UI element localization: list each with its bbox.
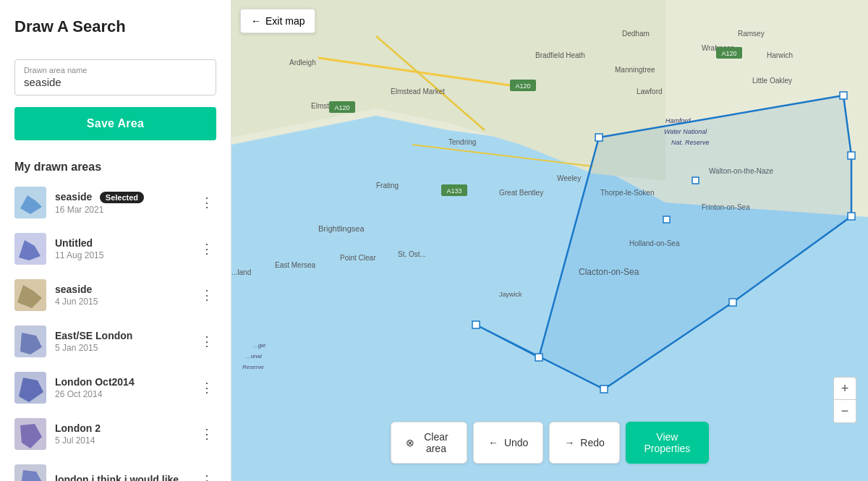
svg-rect-63 [840, 92, 847, 99]
redo-label: Redo [580, 437, 604, 448]
svg-text:A120: A120 [515, 82, 530, 90]
area-name-label: Drawn area name [24, 66, 207, 75]
svg-text:Frating: Frating [376, 182, 399, 190]
arrow-left-icon: ← [251, 15, 261, 27]
area-name: London Oct2014 [55, 376, 189, 388]
clear-area-button[interactable]: ⊗ Clear area [391, 422, 467, 464]
clear-area-label: Clear area [420, 431, 452, 454]
svg-text:East Mersea: East Mersea [275, 261, 316, 269]
area-menu-button[interactable]: ⋮ [197, 284, 216, 306]
svg-text:Dedham: Dedham [622, 30, 650, 38]
area-name: Untitled [55, 237, 189, 249]
area-menu-button[interactable]: ⋮ [197, 331, 216, 352]
undo-button[interactable]: ← Undo [473, 422, 543, 464]
map-toolbar: ⊗ Clear area ← Undo → Redo View Properti… [391, 422, 709, 464]
area-menu-button[interactable]: ⋮ [197, 192, 216, 213]
list-item[interactable]: East/SE London 5 Jan 2015 ⋮ [0, 318, 231, 365]
save-area-button[interactable]: Save Area [14, 107, 216, 140]
area-thumbnail [14, 187, 46, 218]
clear-icon: ⊗ [406, 437, 414, 448]
area-name: seaside [55, 191, 92, 203]
svg-text:Ardleigh: Ardleigh [289, 59, 316, 67]
area-menu-button[interactable]: ⋮ [197, 423, 216, 445]
area-date: 26 Oct 2014 [55, 389, 189, 399]
view-properties-label: View Properties [641, 431, 694, 454]
undo-label: Undo [504, 437, 528, 448]
svg-rect-62 [595, 134, 603, 141]
area-thumbnail [14, 372, 46, 404]
list-item[interactable]: Untitled 11 Aug 2015 ⋮ [0, 226, 231, 272]
svg-text:Jaywick: Jaywick [499, 291, 522, 298]
my-areas-title: My drawn areas [0, 152, 231, 179]
area-info: London 2 5 Jul 2014 [55, 422, 189, 446]
area-name: london i think i would like [55, 474, 189, 481]
svg-text:Little Oakley: Little Oakley [752, 77, 792, 85]
area-info: seaside 4 Jun 2015 [55, 284, 189, 307]
svg-rect-65 [848, 213, 855, 220]
svg-text:...land: ...land [231, 268, 251, 276]
svg-rect-64 [848, 152, 855, 159]
area-menu-button[interactable]: ⋮ [197, 377, 216, 399]
area-thumbnail [14, 418, 46, 450]
area-name: London 2 [55, 422, 189, 434]
svg-text:Brightlingsea: Brightlingsea [318, 224, 365, 233]
svg-text:Elmstead Market: Elmstead Market [391, 88, 445, 95]
area-menu-button[interactable]: ⋮ [197, 469, 216, 481]
area-menu-button[interactable]: ⋮ [197, 238, 216, 260]
area-name: seaside [55, 284, 189, 295]
area-name-input[interactable] [24, 76, 207, 88]
svg-text:St. Ost...: St. Ost... [398, 250, 426, 258]
list-item[interactable]: London Oct2014 26 Oct 2014 ⋮ [0, 365, 231, 411]
area-thumbnail [14, 279, 46, 311]
undo-icon: ← [488, 437, 498, 448]
area-thumbnail [14, 464, 46, 481]
redo-button[interactable]: → Redo [549, 422, 619, 464]
zoom-controls: + − [833, 377, 856, 423]
svg-text:Point Clear: Point Clear [340, 254, 376, 262]
list-item[interactable]: seaside Selected 16 Mar 2021 ⋮ [0, 179, 231, 226]
svg-text:Tendring: Tendring [448, 138, 476, 146]
svg-text:Lawford: Lawford [637, 88, 663, 95]
area-date: 11 Aug 2015 [55, 250, 189, 260]
svg-text:Harwich: Harwich [767, 51, 793, 59]
sidebar: Draw A Search Drawn area name Save Area … [0, 0, 231, 481]
svg-rect-66 [729, 299, 736, 306]
view-properties-button[interactable]: View Properties [626, 422, 709, 464]
area-list: seaside Selected 16 Mar 2021 ⋮ Untitled … [0, 179, 231, 481]
exit-map-button[interactable]: ← Exit map [240, 9, 315, 33]
exit-map-label: Exit map [265, 15, 305, 27]
svg-rect-67 [600, 386, 608, 393]
area-date: 16 Mar 2021 [55, 205, 189, 215]
area-name-input-wrapper[interactable]: Drawn area name [14, 59, 216, 95]
area-date: 5 Jan 2015 [55, 343, 189, 353]
area-info: Untitled 11 Aug 2015 [55, 237, 189, 260]
map-container[interactable]: Ardleigh Elmstead Elmstead Market Tendri… [231, 0, 868, 481]
svg-text:Weeley: Weeley [557, 174, 581, 182]
area-date: 5 Jul 2014 [55, 435, 189, 446]
svg-text:A120: A120 [334, 104, 349, 111]
area-thumbnail [14, 325, 46, 357]
area-info: London Oct2014 26 Oct 2014 [55, 376, 189, 399]
svg-text:A120: A120 [721, 50, 736, 57]
area-info: seaside Selected 16 Mar 2021 [55, 190, 189, 215]
svg-text:Bradfield Heath: Bradfield Heath [535, 51, 585, 59]
svg-text:Ramsey: Ramsey [738, 30, 765, 38]
input-section: Drawn area name [0, 48, 231, 107]
page-title: Draw A Search [0, 0, 231, 48]
svg-text:Manningtree: Manningtree [615, 66, 655, 74]
area-date: 4 Jun 2015 [55, 297, 189, 307]
selected-badge: Selected [100, 192, 144, 203]
zoom-in-button[interactable]: + [833, 377, 856, 400]
svg-text:Great Bentley: Great Bentley [499, 189, 543, 197]
zoom-out-button[interactable]: − [833, 400, 856, 423]
svg-text:...gie: ...gie [253, 342, 266, 349]
svg-rect-69 [535, 354, 542, 361]
list-item[interactable]: seaside 4 Jun 2015 ⋮ [0, 272, 231, 318]
area-name: East/SE London [55, 330, 189, 341]
area-info: london i think i would like [55, 474, 189, 481]
list-item[interactable]: London 2 5 Jul 2014 ⋮ [0, 411, 231, 457]
svg-text:...onal: ...onal [246, 353, 262, 359]
area-thumbnail [14, 233, 46, 265]
list-item[interactable]: london i think i would like ⋮ [0, 457, 231, 481]
svg-text:Reserve: Reserve [242, 364, 264, 370]
